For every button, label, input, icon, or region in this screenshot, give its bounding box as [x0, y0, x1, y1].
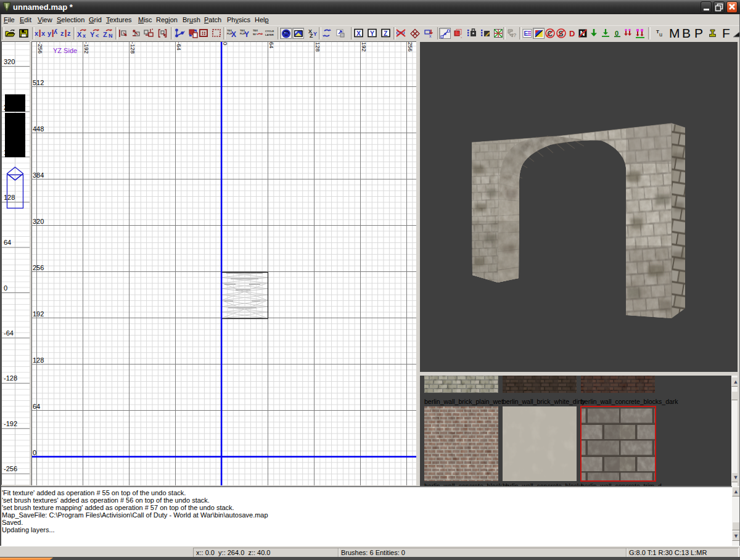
svg-text:Y: Y	[90, 31, 95, 38]
svg-text:CYCLE: CYCLE	[265, 30, 274, 33]
svg-text:?: ?	[513, 32, 517, 38]
svg-text:384: 384	[33, 171, 44, 179]
svg-text:0: 0	[222, 42, 229, 45]
svg-text:-64: -64	[4, 329, 14, 337]
svg-text:N: N	[109, 33, 113, 39]
svg-text:Y: Y	[370, 30, 374, 37]
svg-text:-256: -256	[37, 42, 44, 54]
svg-text:X: X	[77, 31, 82, 38]
svg-text:256: 256	[33, 264, 44, 271]
svg-text:-192: -192	[83, 42, 90, 54]
svg-text:0: 0	[33, 449, 36, 456]
svg-text:E: E	[524, 30, 528, 37]
svg-text:z: z	[67, 30, 71, 37]
svg-text:320: 320	[33, 218, 44, 225]
svg-text:0: 0	[4, 284, 7, 292]
svg-text:y: y	[53, 29, 57, 36]
svg-text:512: 512	[33, 79, 44, 86]
svg-text:x: x	[41, 30, 46, 37]
svg-text:x: x	[429, 34, 432, 38]
svg-text:Z: Z	[103, 31, 107, 38]
svg-text:X: X	[356, 30, 361, 37]
svg-text:TEX: TEX	[253, 29, 258, 32]
svg-text:berlin_wall_concrete_blocks_da: berlin_wall_concrete_blocks_dark	[581, 398, 678, 405]
svg-text:128: 128	[33, 356, 44, 364]
svg-text:Z: Z	[384, 30, 388, 37]
svg-text:64: 64	[4, 239, 11, 246]
svg-text:Y: Y	[313, 31, 317, 37]
svg-text:-256: -256	[4, 465, 17, 472]
svg-text:320: 320	[4, 58, 15, 65]
svg-text:0: 0	[615, 30, 619, 37]
svg-text:64: 64	[268, 42, 275, 49]
svg-text:u: u	[659, 31, 662, 38]
svg-text:192: 192	[33, 310, 44, 318]
svg-text:-192: -192	[4, 420, 17, 427]
svg-text:berlin_wall_brick_white_dirty: berlin_wall_brick_white_dirty	[503, 398, 585, 405]
svg-text:Y: Y	[244, 30, 249, 39]
svg-text:LAYER: LAYER	[265, 33, 274, 36]
svg-text:-128: -128	[130, 42, 136, 54]
svg-text:-128: -128	[4, 374, 17, 382]
svg-text:192: 192	[361, 42, 368, 52]
svg-text:D: D	[569, 29, 575, 38]
svg-text:<: <	[96, 33, 99, 39]
svg-text:YZ Side: YZ Side	[53, 47, 77, 54]
svg-text:x: x	[35, 30, 39, 37]
svg-text:X: X	[231, 30, 236, 39]
svg-text:128: 128	[314, 42, 321, 52]
svg-text:,: ,	[461, 33, 462, 39]
svg-text:448: 448	[33, 125, 44, 133]
svg-text:90°: 90°	[253, 33, 257, 36]
svg-text:64: 64	[33, 403, 40, 410]
svg-text:berlin_wall_brick_plain_wet: berlin_wall_brick_plain_wet	[424, 398, 503, 405]
svg-text:x: x	[83, 33, 86, 39]
svg-text:z: z	[60, 30, 64, 37]
svg-text:256: 256	[407, 42, 414, 52]
svg-text:y: y	[47, 30, 52, 37]
svg-text:128: 128	[4, 194, 15, 201]
svg-text:-64: -64	[176, 42, 183, 51]
